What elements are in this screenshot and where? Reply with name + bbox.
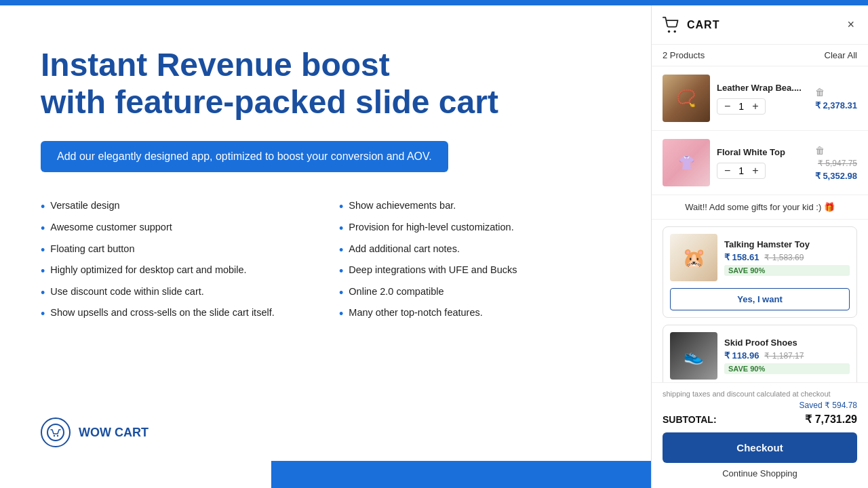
- subtotal-row: SUBTOTAL: ₹ 7,731.29: [663, 413, 857, 426]
- hero-title-line1: Instant Revenue boost: [41, 47, 390, 83]
- gift-item-1-top: 🐹 Talking Hamster Toy ₹ 158.61 ₹ 1,583.6…: [663, 227, 856, 288]
- bullet-icon: •: [339, 307, 343, 322]
- cart-item-2-right: 🗑 ₹ 5,947.75 ₹ 5,352.98: [815, 145, 857, 181]
- blue-banner: [271, 461, 651, 488]
- gift-item-1-save-badge: SAVE 90%: [724, 265, 850, 276]
- hero-subtitle: Add our elegantly designed app, optimize…: [41, 141, 448, 172]
- bullet-icon: •: [41, 307, 45, 322]
- features-left: •Versatile design •Awesome customer supp…: [41, 197, 312, 325]
- subtotal-amount: ₹ 7,731.29: [805, 413, 857, 426]
- cart-item-2-image: 👚: [663, 139, 710, 186]
- feature-item: •Provision for high-level customization.: [339, 218, 610, 240]
- cart-item-2-name: Floral White Top: [717, 147, 808, 157]
- qty-increase-button[interactable]: +: [751, 100, 760, 113]
- gifts-banner: Wait!! Add some gifts for your kid :) 🎁: [652, 195, 868, 220]
- gift-item-2-image: 👟: [670, 332, 717, 380]
- top-bar: [0, 0, 868, 5]
- bead-image-placeholder: 📿: [663, 75, 710, 122]
- svg-point-1: [54, 435, 55, 436]
- shoes-image-placeholder: 👟: [670, 332, 717, 380]
- feature-item: •Highly optimized for desktop cart and m…: [41, 261, 312, 283]
- cart-item-1-delete-button[interactable]: 🗑: [815, 87, 825, 98]
- cart-item-1-name: Leather Wrap Bea....: [717, 83, 808, 93]
- gift-item-2-details: Skid Proof Shoes ₹ 118.96 ₹ 1,187.17 SAV…: [724, 338, 850, 374]
- svg-point-0: [47, 424, 64, 441]
- cart-title: CART: [687, 19, 719, 31]
- qty-value: 1: [738, 101, 744, 112]
- subtotal-label: SUBTOTAL:: [663, 414, 717, 425]
- cart-item-2-delete-button[interactable]: 🗑: [815, 145, 825, 156]
- feature-item: •Floating cart button: [41, 240, 312, 262]
- cart-item-1-details: Leather Wrap Bea.... − 1 +: [717, 83, 808, 115]
- gift-item-2-original-price: ₹ 1,187.17: [764, 351, 804, 361]
- gift-item-1-details: Talking Hamster Toy ₹ 158.61 ₹ 1,583.69 …: [724, 239, 850, 276]
- feature-item: •Deep integrations with UFE and Bucks: [339, 261, 610, 283]
- gift-item-1-image: 🐹: [670, 234, 717, 281]
- svg-point-2: [57, 435, 58, 436]
- gift-item-2-price: ₹ 118.96: [724, 350, 759, 361]
- bullet-icon: •: [339, 243, 343, 258]
- gift-item-2: 👟 Skid Proof Shoes ₹ 118.96 ₹ 1,187.17 S…: [663, 325, 857, 382]
- wow-cart-icon: [47, 424, 64, 441]
- bullet-icon: •: [41, 243, 45, 258]
- brand-footer: WOW CART: [41, 418, 149, 447]
- bullet-icon: •: [339, 200, 343, 215]
- feature-item: •Versatile design: [41, 197, 312, 218]
- gift-item-1-name: Talking Hamster Toy: [724, 239, 850, 249]
- bullet-icon: •: [41, 264, 45, 279]
- bullet-icon: •: [339, 286, 343, 301]
- cart-footer: shipping taxes and discount calculated a…: [652, 382, 868, 488]
- shipping-note: shipping taxes and discount calculated a…: [663, 390, 857, 398]
- gift-item-2-save-badge: SAVE 90%: [724, 363, 850, 374]
- gift-item-1: 🐹 Talking Hamster Toy ₹ 158.61 ₹ 1,583.6…: [663, 226, 857, 318]
- gift-item-2-price-row: ₹ 118.96 ₹ 1,187.17: [724, 350, 850, 361]
- hero-title-line2: with feature-packed slide cart: [41, 84, 498, 120]
- cart-item-2-qty-control: − 1 +: [717, 163, 766, 179]
- features-grid: •Versatile design •Awesome customer supp…: [41, 197, 610, 325]
- checkout-button[interactable]: Checkout: [663, 432, 857, 463]
- brand-name: WOW CART: [79, 426, 149, 440]
- bullet-icon: •: [41, 222, 45, 237]
- cart-subheader: 2 Products Clear All: [652, 45, 868, 66]
- bullet-icon: •: [339, 264, 343, 279]
- saved-row: Saved ₹ 594.78: [663, 401, 857, 410]
- feature-item: •Awesome customer support: [41, 218, 312, 240]
- cart-item-1: 📿 Leather Wrap Bea.... − 1 + 🗑 ₹ 2,378.3…: [652, 66, 868, 131]
- svg-point-3: [668, 30, 670, 32]
- feature-item: •Online 2.0 compatible: [339, 283, 610, 304]
- gift-item-2-name: Skid Proof Shoes: [724, 338, 850, 348]
- feature-item: •Show achievements bar.: [339, 197, 610, 218]
- clear-all-button[interactable]: Clear All: [825, 50, 857, 60]
- cart-item-1-qty-control: − 1 +: [717, 98, 766, 115]
- qty-value: 1: [738, 165, 744, 176]
- continue-shopping-button[interactable]: Continue Shopping: [663, 468, 857, 479]
- cart-item-2: 👚 Floral White Top − 1 + 🗑 ₹ 5,947.75 ₹ …: [652, 131, 868, 195]
- brand-icon: [41, 418, 71, 447]
- feature-item: •Many other top-notch features.: [339, 304, 610, 325]
- cart-header-left: CART: [663, 16, 719, 34]
- main-content: Instant Revenue boost with feature-packe…: [0, 5, 651, 488]
- top-image-placeholder: 👚: [663, 139, 710, 186]
- features-right: •Show achievements bar. •Provision for h…: [339, 197, 610, 325]
- hamster-image-placeholder: 🐹: [670, 234, 717, 281]
- bullet-icon: •: [339, 222, 343, 237]
- gift-item-1-want-button[interactable]: Yes, I want: [670, 288, 850, 310]
- products-count: 2 Products: [663, 50, 705, 60]
- cart-icon: [663, 16, 680, 34]
- hero-title: Instant Revenue boost with feature-packe…: [41, 46, 610, 121]
- cart-item-2-original-price: ₹ 5,947.75: [818, 159, 857, 168]
- feature-item: •Use discount code within slide cart.: [41, 283, 312, 304]
- cart-item-2-price: ₹ 5,352.98: [815, 171, 857, 181]
- gift-item-2-top: 👟 Skid Proof Shoes ₹ 118.96 ₹ 1,187.17 S…: [663, 325, 856, 382]
- qty-increase-button[interactable]: +: [751, 165, 760, 177]
- cart-body[interactable]: 📿 Leather Wrap Bea.... − 1 + 🗑 ₹ 2,378.3…: [652, 66, 868, 382]
- cart-close-button[interactable]: ×: [844, 15, 857, 35]
- qty-decrease-button[interactable]: −: [723, 165, 732, 177]
- qty-decrease-button[interactable]: −: [723, 100, 732, 113]
- cart-item-1-price: ₹ 2,378.31: [815, 100, 857, 110]
- gift-item-1-original-price: ₹ 1,583.69: [764, 253, 804, 262]
- page-layout: Instant Revenue boost with feature-packe…: [0, 5, 868, 488]
- gift-item-1-price: ₹ 158.61: [724, 252, 759, 262]
- cart-item-1-image: 📿: [663, 75, 710, 122]
- cart-sidebar: CART × 2 Products Clear All 📿 Leather Wr…: [651, 5, 868, 488]
